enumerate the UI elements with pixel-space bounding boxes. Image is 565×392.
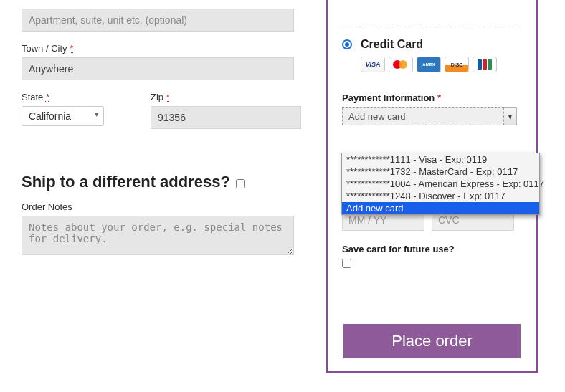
saved-card-input[interactable] — [342, 107, 504, 125]
panel-divider — [342, 0, 522, 27]
town-city-label: Town / City * — [22, 43, 308, 54]
town-city-input[interactable] — [22, 57, 294, 80]
credit-card-label: Credit Card — [361, 38, 423, 51]
dropdown-option[interactable]: ************1111 - Visa - Exp: 0119 — [342, 153, 539, 166]
state-label: State * — [22, 92, 129, 102]
order-notes-label: Order Notes — [22, 201, 308, 212]
dropdown-option[interactable]: ************1732 - MasterCard - Exp: 011… — [342, 166, 539, 178]
discover-icon: DISC — [445, 57, 469, 72]
chevron-down-icon: ▼ — [507, 113, 513, 120]
visa-icon: VISA — [361, 57, 385, 72]
dropdown-option[interactable]: ************1248 - Discover - Exp: 0117 — [342, 190, 539, 202]
saved-card-dropdown[interactable]: ************1111 - Visa - Exp: 0119 ****… — [341, 153, 540, 215]
combobox-toggle-button[interactable]: ▼ — [504, 107, 517, 125]
amex-icon: AMEX — [417, 57, 441, 72]
place-order-button[interactable]: Place order — [343, 324, 521, 358]
dropdown-option[interactable]: ************1004 - American Express - Ex… — [342, 178, 539, 190]
required-asterisk: * — [437, 92, 441, 103]
state-select[interactable]: California — [22, 106, 104, 126]
save-card-label: Save card for future use? — [342, 244, 455, 254]
save-card-checkbox[interactable] — [342, 259, 351, 268]
mastercard-icon — [389, 57, 413, 72]
saved-card-combobox[interactable]: ▼ — [342, 107, 517, 125]
payment-method-credit-card[interactable]: Credit Card — [342, 38, 522, 51]
ship-different-address-heading: Ship to a different address? — [22, 173, 308, 191]
required-asterisk: * — [46, 92, 49, 102]
ship-different-address-checkbox[interactable] — [236, 179, 245, 188]
payment-information-label: Payment Information * — [342, 92, 522, 103]
order-notes-textarea[interactable] — [22, 216, 294, 255]
card-brand-icons: VISA AMEX DISC — [361, 57, 522, 72]
required-asterisk: * — [70, 43, 73, 54]
zip-input[interactable] — [151, 106, 301, 129]
required-asterisk: * — [166, 92, 170, 102]
radio-selected-icon — [342, 39, 352, 49]
state-select-wrap: California — [22, 106, 104, 126]
jcb-icon — [473, 57, 497, 72]
billing-form-section: Town / City * State * California Zip * S… — [22, 9, 308, 257]
zip-label: Zip * — [151, 92, 301, 102]
dropdown-option-selected[interactable]: Add new card — [342, 202, 539, 214]
save-card-row: Save card for future use? — [342, 244, 522, 268]
apartment-input[interactable] — [22, 9, 294, 32]
